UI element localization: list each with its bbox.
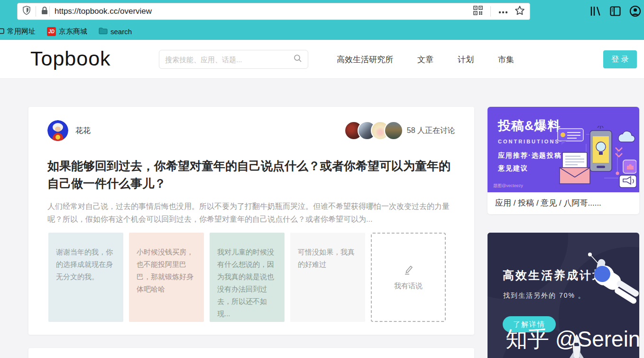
question-author[interactable]: 花花 [47, 120, 91, 141]
main-nav: 高效生活研究所 文章 计划 市集 [337, 40, 514, 79]
search-input[interactable] [165, 56, 294, 64]
author-avatar[interactable] [47, 120, 68, 141]
question-title[interactable]: 如果能够回到过去，你希望对童年的自己说点什么？或者你希望可以为童年的自己做一件什… [47, 157, 456, 192]
url-row: https://topbook.cc/overview [0, 0, 644, 23]
contribution-illustration [557, 126, 636, 190]
discussion-count: 58 人正在讨论 [407, 126, 455, 136]
divider [36, 6, 36, 17]
browser-chrome: https://topbook.cc/overview [0, 0, 644, 40]
participant-avatar[interactable] [384, 121, 403, 140]
nav-item-articles[interactable]: 文章 [417, 54, 433, 65]
contribution-footer[interactable]: 应用 / 投稿 / 意见 / 八阿哥...... [488, 192, 639, 214]
image-credit: 题图@vecteezy [493, 183, 523, 189]
library-icon[interactable] [589, 5, 601, 19]
address-bar[interactable]: https://topbook.cc/overview [17, 3, 530, 20]
bookmark-folder-changyong[interactable]: 常用网址 [0, 27, 36, 36]
bookmarks-bar: 常用网址 JD 京东商城 search [0, 23, 644, 40]
bookmark-label: 京东商城 [59, 27, 87, 36]
contribution-card[interactable]: 投稿&爆料 CONTRIBUTIONS 应用推荐·选题投稿 意见建议 题图@ve… [488, 107, 639, 214]
divider [49, 6, 50, 17]
answers-row: 谢谢当年的我，你的选择成就现在身无分文的我。 小时候没钱买房，也不能投阿里巴巴，… [48, 233, 446, 322]
folder-icon [0, 27, 4, 36]
plan-card[interactable]: 高效生活养成计划 找到生活另外的 70% 。 了解详情 [488, 233, 639, 358]
bookmark-jd[interactable]: JD 京东商城 [47, 27, 87, 36]
question-description: 人们经常对自己说，过去的事情后悔也没用。所以不要为了打翻牛奶瓶而哭泣。但谁不希望… [47, 200, 456, 226]
answer-card[interactable]: 我对儿童的时候没有什么想说的，因为我真的就是说也没有办法回到过去，所以还不如现.… [210, 233, 285, 322]
participants: 58 人正在讨论 [344, 121, 455, 140]
url-text[interactable]: https://topbook.cc/overview [55, 7, 473, 16]
nav-item-market[interactable]: 市集 [498, 54, 514, 65]
question-card: 花花 58 人正在讨论 如果能够回到过去，你希望对童年的自己说点什么？或者你希望… [28, 107, 474, 335]
plan-subtitle: 找到生活另外的 70% 。 [503, 292, 586, 300]
contribution-banner: 投稿&爆料 CONTRIBUTIONS 应用推荐·选题投稿 意见建议 题图@ve… [488, 107, 639, 192]
bookmark-star-icon[interactable] [515, 5, 525, 18]
qr-code-icon[interactable] [473, 6, 483, 17]
jd-icon: JD [47, 27, 56, 36]
astronaut-illustration [580, 251, 639, 333]
decor-circle [488, 233, 568, 299]
divider [490, 6, 491, 17]
answer-card[interactable]: 小时候没钱买房，也不能投阿里巴巴，那就锻炼好身体吧哈哈 [129, 233, 204, 322]
nav-item-research[interactable]: 高效生活研究所 [337, 54, 393, 65]
login-button[interactable]: 登 录 [603, 50, 637, 68]
sidebar-toggle-icon[interactable] [609, 5, 621, 19]
author-name[interactable]: 花花 [75, 126, 91, 136]
answer-card[interactable]: 可惜没如果，我真的好难过 [290, 233, 365, 322]
lock-icon[interactable] [41, 6, 48, 17]
bookmark-label: 常用网址 [7, 27, 36, 36]
site-header: Topbook 高效生活研究所 文章 计划 市集 登 录 [0, 40, 644, 79]
shield-icon[interactable] [22, 6, 31, 17]
nav-item-plans[interactable]: 计划 [458, 54, 474, 65]
zhihu-watermark: 知乎 @Serein [506, 325, 639, 354]
folder-icon [99, 27, 108, 36]
site-search[interactable] [159, 50, 308, 69]
add-answer-label: 我有话说 [394, 282, 423, 291]
more-options-icon[interactable] [498, 7, 508, 16]
bookmark-label: search [110, 28, 132, 36]
pencil-icon [403, 264, 414, 277]
site-logo[interactable]: Topbook [30, 47, 111, 70]
page-content: 花花 58 人正在讨论 如果能够回到过去，你希望对童年的自己说点什么？或者你希望… [0, 79, 644, 358]
answer-card[interactable]: 谢谢当年的我，你的选择成就现在身无分文的我。 [48, 233, 123, 322]
next-question-card[interactable] [28, 348, 474, 358]
bookmark-folder-search[interactable]: search [99, 27, 132, 36]
search-icon[interactable] [294, 54, 302, 65]
add-answer-button[interactable]: 我有话说 [371, 233, 446, 322]
account-icon[interactable] [629, 5, 641, 19]
